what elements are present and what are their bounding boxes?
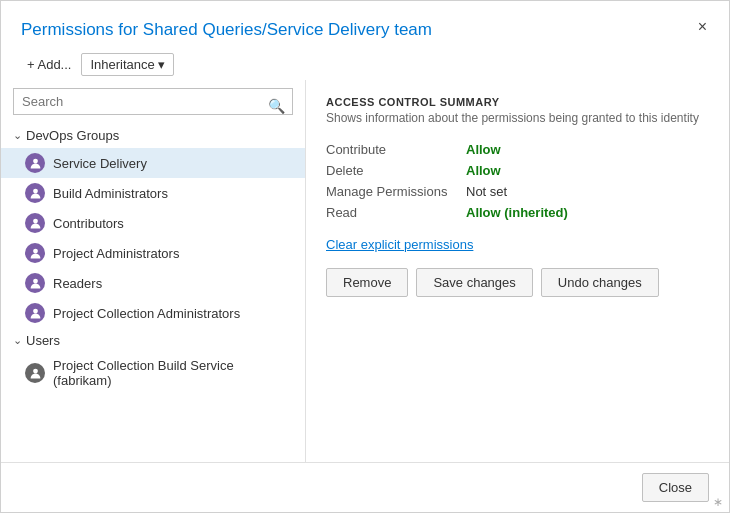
group-avatar-icon bbox=[25, 303, 45, 323]
permission-value: Allow bbox=[466, 139, 709, 160]
list-item-name: Service Delivery bbox=[53, 156, 147, 171]
group-avatar-icon bbox=[25, 183, 45, 203]
svg-point-4 bbox=[33, 278, 38, 283]
inheritance-label: Inheritance bbox=[90, 57, 154, 72]
inheritance-arrow-icon: ▾ bbox=[158, 57, 165, 72]
content-area: 🔍 ⌄ DevOps Groups Service Delivery Build… bbox=[1, 80, 729, 462]
clear-explicit-permissions-link[interactable]: Clear explicit permissions bbox=[326, 237, 709, 252]
permission-label: Delete bbox=[326, 160, 466, 181]
list-item-name: Project Collection Build Service (fabrik… bbox=[53, 358, 293, 388]
svg-point-0 bbox=[33, 158, 38, 163]
action-buttons: Remove Save changes Undo changes bbox=[326, 268, 709, 297]
chevron-icon: ⌄ bbox=[13, 334, 22, 347]
remove-button[interactable]: Remove bbox=[326, 268, 408, 297]
table-row: Manage Permissions Not set bbox=[326, 181, 709, 202]
list-item-name: Build Administrators bbox=[53, 186, 168, 201]
add-button[interactable]: + Add... bbox=[21, 53, 77, 76]
permission-label: Read bbox=[326, 202, 466, 223]
chevron-icon: ⌄ bbox=[13, 129, 22, 142]
list-item-name: Contributors bbox=[53, 216, 124, 231]
svg-point-2 bbox=[33, 218, 38, 223]
devops-groups-label: DevOps Groups bbox=[26, 128, 119, 143]
access-summary-desc: Shows information about the permissions … bbox=[326, 111, 709, 125]
save-changes-button[interactable]: Save changes bbox=[416, 268, 532, 297]
dialog-header: Permissions for Shared Queries/Service D… bbox=[1, 1, 729, 49]
search-icon: 🔍 bbox=[268, 98, 285, 114]
table-row: Delete Allow bbox=[326, 160, 709, 181]
permission-label: Contribute bbox=[326, 139, 466, 160]
group-avatar-icon bbox=[25, 243, 45, 263]
list-item[interactable]: Project Collection Administrators bbox=[1, 298, 305, 328]
list-item[interactable]: Build Administrators bbox=[1, 178, 305, 208]
permissions-table: Contribute Allow Delete Allow Manage Per… bbox=[326, 139, 709, 223]
dialog-title: Permissions for Shared Queries/Service D… bbox=[21, 19, 432, 41]
group-avatar-icon bbox=[25, 273, 45, 293]
list-item-name: Readers bbox=[53, 276, 102, 291]
devops-groups-header[interactable]: ⌄ DevOps Groups bbox=[1, 123, 305, 148]
dialog: Permissions for Shared Queries/Service D… bbox=[0, 0, 730, 513]
group-avatar-icon bbox=[25, 153, 45, 173]
undo-changes-button[interactable]: Undo changes bbox=[541, 268, 659, 297]
list-item[interactable]: Project Collection Build Service (fabrik… bbox=[1, 353, 305, 393]
search-container: 🔍 bbox=[1, 88, 305, 123]
permission-value: Allow (inherited) bbox=[466, 202, 709, 223]
svg-point-6 bbox=[33, 368, 38, 373]
list-item[interactable]: Service Delivery bbox=[1, 148, 305, 178]
list-item-name: Project Collection Administrators bbox=[53, 306, 240, 321]
right-panel: ACCESS CONTROL SUMMARY Shows information… bbox=[306, 80, 729, 462]
users-group-label: Users bbox=[26, 333, 60, 348]
table-row: Contribute Allow bbox=[326, 139, 709, 160]
list-item[interactable]: Contributors bbox=[1, 208, 305, 238]
list-item[interactable]: Project Administrators bbox=[1, 238, 305, 268]
permission-value: Not set bbox=[466, 181, 709, 202]
left-panel: 🔍 ⌄ DevOps Groups Service Delivery Build… bbox=[1, 80, 306, 462]
permission-value: Allow bbox=[466, 160, 709, 181]
close-button[interactable]: Close bbox=[642, 473, 709, 502]
users-group-header[interactable]: ⌄ Users bbox=[1, 328, 305, 353]
inheritance-button[interactable]: Inheritance ▾ bbox=[81, 53, 173, 76]
svg-point-5 bbox=[33, 308, 38, 313]
svg-point-1 bbox=[33, 188, 38, 193]
permission-label: Manage Permissions bbox=[326, 181, 466, 202]
group-avatar-icon bbox=[25, 213, 45, 233]
list-item[interactable]: Readers bbox=[1, 268, 305, 298]
user-avatar-icon bbox=[25, 363, 45, 383]
list-item-name: Project Administrators bbox=[53, 246, 179, 261]
search-input[interactable] bbox=[13, 88, 293, 115]
dialog-footer: Close bbox=[1, 462, 729, 512]
toolbar: + Add... Inheritance ▾ bbox=[1, 49, 729, 80]
svg-point-3 bbox=[33, 248, 38, 253]
resize-handle-icon[interactable]: ∗ bbox=[713, 496, 725, 508]
table-row: Read Allow (inherited) bbox=[326, 202, 709, 223]
close-icon-button[interactable]: × bbox=[696, 19, 709, 35]
access-summary-title: ACCESS CONTROL SUMMARY bbox=[326, 96, 709, 108]
